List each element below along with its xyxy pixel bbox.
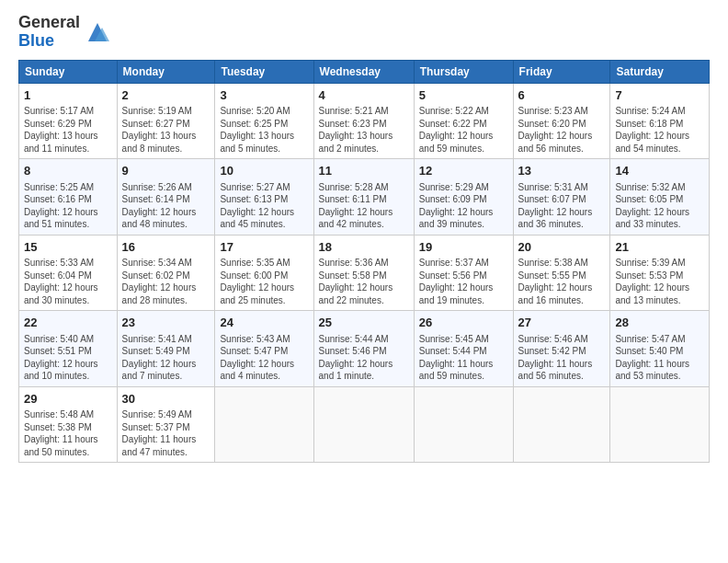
calendar-cell: 5Sunrise: 5:22 AM Sunset: 6:22 PM Daylig…	[414, 83, 513, 159]
calendar-cell: 23Sunrise: 5:41 AM Sunset: 5:49 PM Dayli…	[117, 311, 215, 387]
day-info: Sunrise: 5:48 AM Sunset: 5:38 PM Dayligh…	[24, 408, 112, 458]
logo-blue: Blue	[18, 32, 80, 51]
day-info: Sunrise: 5:34 AM Sunset: 6:02 PM Dayligh…	[122, 257, 210, 306]
day-info: Sunrise: 5:27 AM Sunset: 6:13 PM Dayligh…	[220, 181, 308, 231]
day-info: Sunrise: 5:49 AM Sunset: 5:37 PM Dayligh…	[122, 408, 210, 458]
week-row-1: 1Sunrise: 5:17 AM Sunset: 6:29 PM Daylig…	[19, 83, 710, 159]
day-number: 16	[122, 239, 210, 256]
week-row-2: 8Sunrise: 5:25 AM Sunset: 6:16 PM Daylig…	[19, 159, 710, 236]
calendar-cell: 13Sunrise: 5:31 AM Sunset: 6:07 PM Dayli…	[513, 159, 610, 236]
calendar-cell: 2Sunrise: 5:19 AM Sunset: 6:27 PM Daylig…	[117, 83, 215, 159]
calendar-cell: 8Sunrise: 5:25 AM Sunset: 6:16 PM Daylig…	[19, 159, 118, 236]
col-header-monday: Monday	[117, 60, 215, 83]
day-number: 1	[24, 87, 112, 104]
day-number: 5	[419, 87, 508, 104]
day-number: 13	[518, 163, 606, 179]
day-info: Sunrise: 5:37 AM Sunset: 5:56 PM Dayligh…	[419, 257, 508, 306]
day-info: Sunrise: 5:36 AM Sunset: 5:58 PM Dayligh…	[319, 257, 409, 306]
day-number: 7	[615, 87, 704, 104]
calendar-cell: 29Sunrise: 5:48 AM Sunset: 5:38 PM Dayli…	[19, 386, 118, 463]
day-info: Sunrise: 5:35 AM Sunset: 6:00 PM Dayligh…	[220, 257, 308, 306]
calendar-cell: 1Sunrise: 5:17 AM Sunset: 6:29 PM Daylig…	[19, 83, 118, 159]
day-info: Sunrise: 5:38 AM Sunset: 5:55 PM Dayligh…	[518, 257, 606, 306]
logo: General Blue	[18, 14, 111, 51]
day-number: 23	[122, 315, 210, 331]
calendar-cell	[414, 386, 513, 463]
day-info: Sunrise: 5:25 AM Sunset: 6:16 PM Dayligh…	[24, 181, 112, 231]
day-number: 8	[24, 163, 112, 179]
day-info: Sunrise: 5:32 AM Sunset: 6:05 PM Dayligh…	[615, 181, 704, 231]
day-number: 20	[518, 239, 606, 256]
day-info: Sunrise: 5:33 AM Sunset: 6:04 PM Dayligh…	[24, 257, 112, 306]
day-number: 29	[24, 391, 112, 408]
logo-icon	[84, 18, 111, 46]
calendar-cell: 6Sunrise: 5:23 AM Sunset: 6:20 PM Daylig…	[513, 83, 610, 159]
col-header-tuesday: Tuesday	[215, 60, 313, 83]
calendar-cell: 28Sunrise: 5:47 AM Sunset: 5:40 PM Dayli…	[610, 311, 710, 387]
day-info: Sunrise: 5:43 AM Sunset: 5:47 PM Dayligh…	[220, 333, 308, 383]
day-number: 19	[419, 239, 508, 256]
calendar-table: SundayMondayTuesdayWednesdayThursdayFrid…	[18, 60, 710, 464]
header-row: SundayMondayTuesdayWednesdayThursdayFrid…	[19, 60, 710, 83]
day-info: Sunrise: 5:17 AM Sunset: 6:29 PM Dayligh…	[24, 105, 112, 155]
day-number: 27	[518, 315, 606, 331]
col-header-friday: Friday	[513, 60, 610, 83]
week-row-5: 29Sunrise: 5:48 AM Sunset: 5:38 PM Dayli…	[19, 386, 710, 463]
day-number: 4	[319, 87, 409, 104]
col-header-thursday: Thursday	[414, 60, 513, 83]
day-info: Sunrise: 5:29 AM Sunset: 6:09 PM Dayligh…	[419, 181, 508, 231]
day-number: 21	[615, 239, 704, 256]
calendar-cell: 24Sunrise: 5:43 AM Sunset: 5:47 PM Dayli…	[215, 311, 313, 387]
day-number: 12	[419, 163, 508, 179]
calendar-cell	[313, 386, 414, 463]
col-header-wednesday: Wednesday	[313, 60, 414, 83]
col-header-sunday: Sunday	[19, 60, 118, 83]
calendar-cell: 26Sunrise: 5:45 AM Sunset: 5:44 PM Dayli…	[414, 311, 513, 387]
day-number: 25	[319, 315, 409, 331]
col-header-saturday: Saturday	[610, 60, 710, 83]
day-info: Sunrise: 5:26 AM Sunset: 6:14 PM Dayligh…	[122, 181, 210, 231]
day-number: 26	[419, 315, 508, 331]
calendar-cell: 12Sunrise: 5:29 AM Sunset: 6:09 PM Dayli…	[414, 159, 513, 236]
calendar-cell: 4Sunrise: 5:21 AM Sunset: 6:23 PM Daylig…	[313, 83, 414, 159]
calendar-cell: 10Sunrise: 5:27 AM Sunset: 6:13 PM Dayli…	[215, 159, 313, 236]
day-info: Sunrise: 5:39 AM Sunset: 5:53 PM Dayligh…	[615, 257, 704, 306]
week-row-4: 22Sunrise: 5:40 AM Sunset: 5:51 PM Dayli…	[19, 311, 710, 387]
calendar-cell: 17Sunrise: 5:35 AM Sunset: 6:00 PM Dayli…	[215, 235, 313, 311]
calendar-cell: 16Sunrise: 5:34 AM Sunset: 6:02 PM Dayli…	[117, 235, 215, 311]
day-number: 3	[220, 87, 308, 104]
calendar-cell	[215, 386, 313, 463]
calendar-cell: 19Sunrise: 5:37 AM Sunset: 5:56 PM Dayli…	[414, 235, 513, 311]
calendar-cell: 22Sunrise: 5:40 AM Sunset: 5:51 PM Dayli…	[19, 311, 118, 387]
day-info: Sunrise: 5:44 AM Sunset: 5:46 PM Dayligh…	[319, 333, 409, 383]
day-number: 24	[220, 315, 308, 331]
calendar-cell: 3Sunrise: 5:20 AM Sunset: 6:25 PM Daylig…	[215, 83, 313, 159]
calendar-cell: 7Sunrise: 5:24 AM Sunset: 6:18 PM Daylig…	[610, 83, 710, 159]
calendar-cell: 27Sunrise: 5:46 AM Sunset: 5:42 PM Dayli…	[513, 311, 610, 387]
calendar-cell	[610, 386, 710, 463]
calendar-cell: 25Sunrise: 5:44 AM Sunset: 5:46 PM Dayli…	[313, 311, 414, 387]
day-number: 22	[24, 315, 112, 331]
day-number: 28	[615, 315, 704, 331]
day-info: Sunrise: 5:40 AM Sunset: 5:51 PM Dayligh…	[24, 333, 112, 383]
day-info: Sunrise: 5:45 AM Sunset: 5:44 PM Dayligh…	[419, 333, 508, 383]
day-info: Sunrise: 5:23 AM Sunset: 6:20 PM Dayligh…	[518, 105, 606, 155]
day-number: 9	[122, 163, 210, 179]
day-number: 11	[319, 163, 409, 179]
calendar-cell: 21Sunrise: 5:39 AM Sunset: 5:53 PM Dayli…	[610, 235, 710, 311]
day-number: 2	[122, 87, 210, 104]
calendar-cell: 30Sunrise: 5:49 AM Sunset: 5:37 PM Dayli…	[117, 386, 215, 463]
day-info: Sunrise: 5:19 AM Sunset: 6:27 PM Dayligh…	[122, 105, 210, 155]
calendar-cell: 18Sunrise: 5:36 AM Sunset: 5:58 PM Dayli…	[313, 235, 414, 311]
day-number: 17	[220, 239, 308, 256]
day-info: Sunrise: 5:28 AM Sunset: 6:11 PM Dayligh…	[319, 181, 409, 231]
day-info: Sunrise: 5:22 AM Sunset: 6:22 PM Dayligh…	[419, 105, 508, 155]
day-number: 6	[518, 87, 606, 104]
day-info: Sunrise: 5:31 AM Sunset: 6:07 PM Dayligh…	[518, 181, 606, 231]
day-number: 30	[122, 391, 210, 408]
page: General Blue SundayMondayTuesdayWednesda…	[0, 0, 728, 477]
day-info: Sunrise: 5:46 AM Sunset: 5:42 PM Dayligh…	[518, 333, 606, 383]
calendar-cell: 14Sunrise: 5:32 AM Sunset: 6:05 PM Dayli…	[610, 159, 710, 236]
day-info: Sunrise: 5:20 AM Sunset: 6:25 PM Dayligh…	[220, 105, 308, 155]
day-number: 18	[319, 239, 409, 256]
